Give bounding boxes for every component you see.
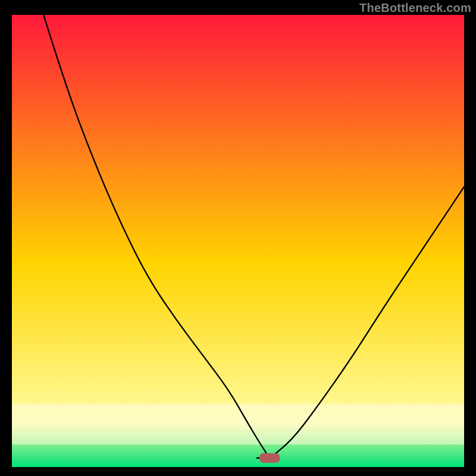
min-marker [259, 453, 280, 463]
chart-plot-area [12, 15, 464, 467]
watermark-text: TheBottleneck.com [359, 1, 471, 15]
chart-frame: TheBottleneck.com [0, 0, 476, 476]
chart-svg [12, 15, 464, 467]
pale-band [12, 404, 464, 444]
chart-background [12, 15, 464, 467]
